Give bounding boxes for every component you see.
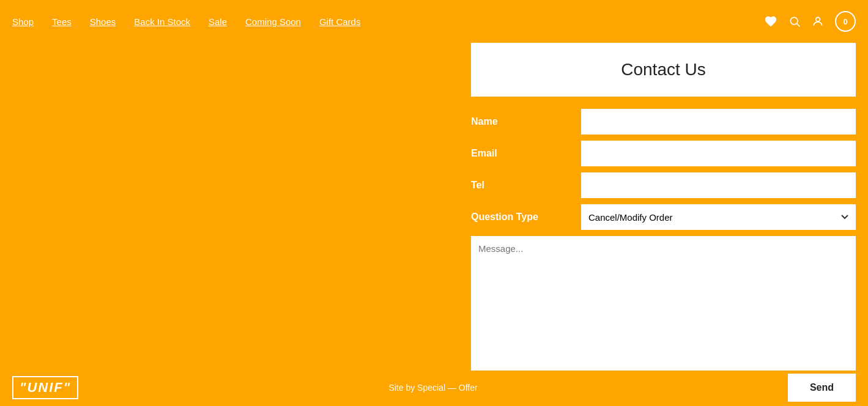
svg-point-2 bbox=[816, 17, 820, 21]
header: Shop Tees Shoes Back In Stock Sale Comin… bbox=[0, 0, 868, 43]
nav-item-sale[interactable]: Sale bbox=[209, 17, 227, 27]
message-textarea[interactable] bbox=[471, 236, 856, 371]
contact-header-box: Contact Us bbox=[471, 43, 856, 97]
message-row bbox=[471, 236, 856, 371]
question-type-row: Question Type Cancel/Modify Order Shippi… bbox=[471, 204, 856, 230]
left-panel bbox=[0, 43, 459, 369]
right-panel: Contact Us Name Email Tel Question Type … bbox=[459, 43, 868, 369]
header-icons: 0 bbox=[764, 11, 856, 32]
cart-count: 0 bbox=[843, 17, 847, 26]
contact-title: Contact Us bbox=[495, 60, 831, 79]
contact-form: Name Email Tel Question Type Cancel/Modi… bbox=[471, 109, 856, 371]
email-input[interactable] bbox=[581, 141, 856, 166]
nav-item-tees[interactable]: Tees bbox=[52, 17, 72, 27]
main-content: Contact Us Name Email Tel Question Type … bbox=[0, 43, 868, 369]
question-type-select[interactable]: Cancel/Modify Order Shipping Question Re… bbox=[581, 204, 856, 230]
logo: "UNIF" bbox=[12, 376, 78, 399]
name-row: Name bbox=[471, 109, 856, 135]
nav-item-shoes[interactable]: Shoes bbox=[90, 17, 116, 27]
email-row: Email bbox=[471, 141, 856, 166]
main-nav: Shop Tees Shoes Back In Stock Sale Comin… bbox=[12, 17, 360, 27]
tel-row: Tel bbox=[471, 172, 856, 198]
name-label: Name bbox=[471, 116, 581, 127]
cart-button[interactable]: 0 bbox=[835, 11, 856, 32]
tel-input[interactable] bbox=[581, 172, 856, 198]
search-button[interactable] bbox=[788, 15, 801, 28]
nav-item-shop[interactable]: Shop bbox=[12, 17, 34, 27]
footer: "UNIF" Site by Special — Offer Send bbox=[0, 369, 868, 406]
nav-item-coming-soon[interactable]: Coming Soon bbox=[245, 17, 301, 27]
account-button[interactable] bbox=[812, 15, 824, 28]
site-credit: Site by Special — Offer bbox=[388, 383, 477, 393]
wishlist-button[interactable] bbox=[764, 15, 777, 28]
nav-item-gift-cards[interactable]: Gift Cards bbox=[319, 17, 361, 27]
svg-line-1 bbox=[797, 24, 800, 27]
svg-point-0 bbox=[790, 17, 798, 24]
name-input[interactable] bbox=[581, 109, 856, 135]
tel-label: Tel bbox=[471, 180, 581, 191]
question-type-label: Question Type bbox=[471, 212, 581, 223]
send-button[interactable]: Send bbox=[788, 374, 856, 402]
email-label: Email bbox=[471, 148, 581, 159]
nav-item-back-in-stock[interactable]: Back In Stock bbox=[134, 17, 190, 27]
